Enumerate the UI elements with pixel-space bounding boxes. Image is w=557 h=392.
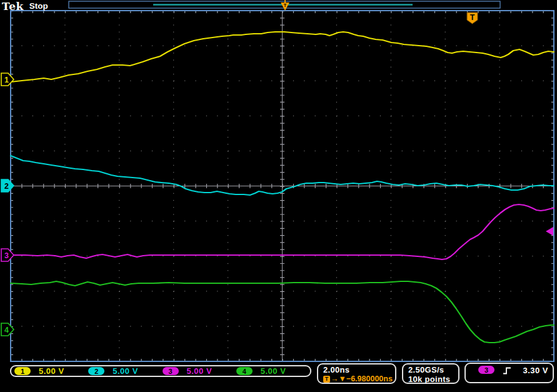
ch4-ground-marker-label: 4 <box>4 326 9 334</box>
trigger-readout[interactable]: 3 3.30 V <box>464 363 554 383</box>
trigger-position-readout: T→▼−6.980000ns <box>323 374 395 383</box>
ch2-ground-marker-label: 2 <box>4 182 9 191</box>
ch4-badge: 4 <box>236 367 253 375</box>
acquisition-readout[interactable]: 2.50GS/s 10k points <box>402 363 459 384</box>
time-per-div: 2.00ns <box>323 365 395 374</box>
ch3-ground-marker-label: 3 <box>4 251 9 260</box>
ch1-ground-marker-label: 1 <box>4 76 9 84</box>
ch1-readout[interactable]: 15.00 V <box>14 366 88 376</box>
horizontal-readout[interactable]: 2.00ns T→▼−6.980000ns <box>317 363 396 384</box>
ch3-readout[interactable]: 35.00 V <box>163 366 236 376</box>
oscilloscope-screen: TT1234 TekStop 15.00 V25.00 V35.00 V45.0… <box>0 0 557 392</box>
trigger-level: 3.30 V <box>523 366 548 375</box>
trigger-level-arrow[interactable] <box>546 227 553 236</box>
ch2-badge: 2 <box>88 367 104 375</box>
ch2-scale: 5.00 V <box>113 366 138 376</box>
ch2-readout[interactable]: 25.00 V <box>88 366 162 376</box>
header: TekStop <box>2 0 48 10</box>
graticule-and-waveforms: TT1234 <box>0 0 557 392</box>
ch3-scale: 5.00 V <box>187 366 213 376</box>
tek-logo: Tek <box>2 0 24 13</box>
ch4-readout[interactable]: 45.00 V <box>236 366 310 376</box>
acquisition-status: Stop <box>29 1 48 11</box>
sample-rate: 2.50GS/s <box>408 365 458 374</box>
rising-edge-icon <box>503 366 512 376</box>
channel-readouts-bar[interactable]: 15.00 V25.00 V35.00 V45.00 V <box>10 365 311 377</box>
record-trigger-t-label: T <box>284 3 287 8</box>
ch4-scale: 5.00 V <box>261 366 286 376</box>
trigger-position-value: →▼−6.980000ns <box>331 374 393 383</box>
record-length: 10k points <box>408 374 458 384</box>
ch1-badge: 1 <box>14 367 31 375</box>
trigger-time-badge-label: T <box>470 13 475 22</box>
ch1-scale: 5.00 V <box>39 366 64 376</box>
ch3-badge: 3 <box>163 367 179 375</box>
trigger-source-badge: 3 <box>478 366 494 374</box>
trigger-t-icon: T <box>323 376 330 383</box>
